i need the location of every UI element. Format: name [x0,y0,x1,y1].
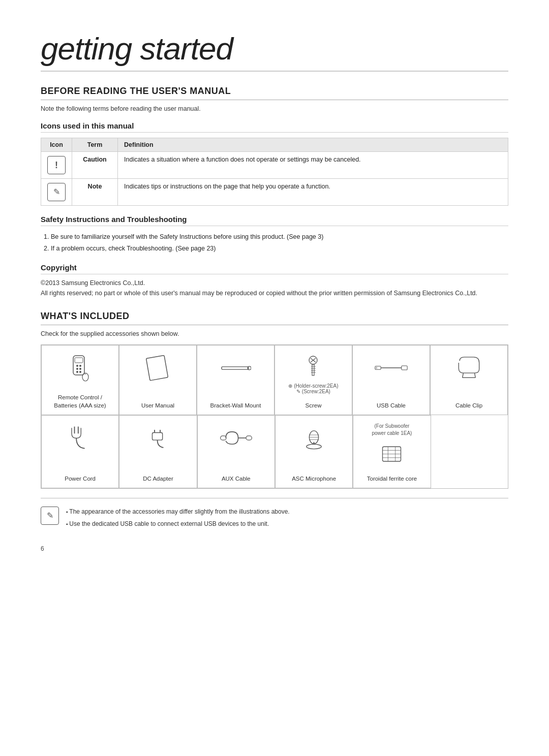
page-number: 6 [41,545,508,552]
copyright-section: Copyright ©2013 Samsung Electronics Co.,… [41,263,508,297]
asc-microphone-label: ASC Microphone [292,475,336,483]
svg-rect-24 [402,366,407,370]
bracket-wall-mount-icon [221,354,251,382]
footer-note-1: The appearance of the accessories may di… [66,506,290,518]
cable-clip-label: Cable Clip [455,401,482,410]
caution-icon-cell: ! [41,152,72,179]
safety-heading: Safety Instructions and Troubleshooting [41,215,508,226]
remote-control-icon [66,354,94,382]
note-icon-footer: ✎ [41,507,59,525]
whats-included-heading: WHAT'S INCLUDED [41,311,508,325]
svg-point-2 [76,365,78,367]
accessories-container: Remote Control /Batteries (AAA size) Use… [41,344,508,489]
caution-term: Caution [72,152,118,179]
power-cord-icon [66,424,94,452]
icons-section: Icons used in this manual Icon Term Defi… [41,121,508,206]
dc-adapter-image [144,423,172,453]
svg-point-7 [79,371,81,373]
before-reading-heading: BEFORE READING THE USER'S MANUAL [41,86,508,100]
note-definition: Indicates tips or instructions on the pa… [118,179,508,206]
bracket-wall-mount-image [221,353,251,383]
whats-included-intro: Check for the supplied accessories shown… [41,330,508,337]
toroidal-ferrite-core-label: Toroidal ferrite core [367,475,417,483]
footer-note-2: Use the dedicated USB cable to connect e… [66,518,290,530]
asc-microphone-cell: ASC Microphone [275,415,353,488]
svg-point-3 [79,365,81,367]
footer-notes-list: The appearance of the accessories may di… [66,506,290,530]
power-cord-label: Power Cord [65,475,96,483]
copyright-line2: All rights reserved; no part or whole of… [41,290,508,297]
svg-rect-33 [220,436,226,440]
user-manual-cell: User Manual [119,345,197,415]
aux-cable-label: AUX Cable [222,475,251,483]
svg-point-6 [76,371,78,373]
usb-cable-label: USB Cable [377,401,406,410]
user-manual-image [144,353,172,383]
svg-rect-11 [221,366,248,369]
toroidal-sublabel: (For Subwooferpower cable 1EA) [372,423,412,437]
aux-cable-image [220,423,253,453]
screw-sublabel: ⊕ (Holder-screw:2EA)✎ (Screw:2EA) [288,383,338,394]
safety-list: Be sure to familiarize yourself with the… [51,231,508,254]
aux-cable-icon [220,425,253,451]
table-row: ✎ Note Indicates tips or instructions on… [41,179,508,206]
page: getting started BEFORE READING THE USER'… [0,0,549,756]
remote-control-label: Remote Control /Batteries (AAA size) [54,393,106,410]
asc-microphone-image [300,423,328,453]
col-icon-header: Icon [41,138,72,152]
svg-line-26 [475,373,476,377]
user-manual-icon [144,354,172,382]
before-reading-section: BEFORE READING THE USER'S MANUAL Note th… [41,86,508,297]
icons-section-heading: Icons used in this manual [41,121,508,133]
dc-adapter-label: DC Adapter [143,475,173,483]
power-cord-cell: Power Cord [41,415,119,488]
toroidal-ferrite-core-image [378,439,406,469]
col-def-header: Definition [118,138,508,152]
user-manual-label: User Manual [141,401,174,410]
toroidal-ferrite-core-cell: (For Subwooferpower cable 1EA) [353,415,431,488]
before-reading-intro: Note the following terms before reading … [41,105,508,112]
aux-cable-cell: AUX Cable [197,415,275,488]
bracket-wall-mount-label: Bracket-Wall Mount [210,401,261,410]
cable-clip-image [455,353,483,383]
svg-line-25 [463,373,464,377]
power-cord-image [66,423,94,453]
svg-rect-10 [146,355,168,381]
remote-control-cell: Remote Control /Batteries (AAA size) [41,345,119,415]
screw-cell: ⊕ (Holder-screw:2EA)✎ (Screw:2EA) Screw [274,345,352,415]
cable-clip-cell: Cable Clip [430,345,508,415]
safety-section: Safety Instructions and Troubleshooting … [41,215,508,254]
dc-adapter-cell: DC Adapter [119,415,197,488]
usb-cable-cell: USB Cable [352,345,430,415]
copyright-heading: Copyright [41,263,508,274]
col-term-header: Term [72,138,118,152]
asc-microphone-icon [300,424,328,452]
svg-rect-16 [312,364,314,375]
svg-rect-1 [75,358,83,363]
cable-clip-icon [455,355,483,381]
remote-control-image [66,353,94,383]
usb-cable-image [375,353,408,383]
accessories-row-2: Power Cord [41,415,508,488]
svg-point-5 [79,368,81,370]
usb-cable-icon [375,360,408,375]
caution-definition: Indicates a situation where a function d… [118,152,508,179]
note-icon-cell: ✎ [41,179,72,206]
svg-rect-34 [246,436,252,440]
footer-notes: ✎ The appearance of the accessories may … [41,498,508,530]
note-icon: ✎ [47,183,66,201]
note-term: Note [72,179,118,206]
svg-point-36 [307,444,321,449]
bracket-wall-mount-cell: Bracket-Wall Mount [197,345,274,415]
screw-image [299,353,327,383]
copyright-line1: ©2013 Samsung Electronics Co.,Ltd. [41,279,508,287]
svg-rect-22 [376,367,377,368]
whats-included-section: WHAT'S INCLUDED Check for the supplied a… [41,311,508,530]
page-title: getting started [41,30,508,72]
dc-adapter-icon [144,424,172,452]
icons-table: Icon Term Definition ! Caution Indicates… [41,138,508,206]
accessories-row-1: Remote Control /Batteries (AAA size) Use… [41,345,508,415]
table-row: ! Caution Indicates a situation where a … [41,152,508,179]
svg-point-12 [248,366,251,370]
svg-point-4 [76,368,78,370]
